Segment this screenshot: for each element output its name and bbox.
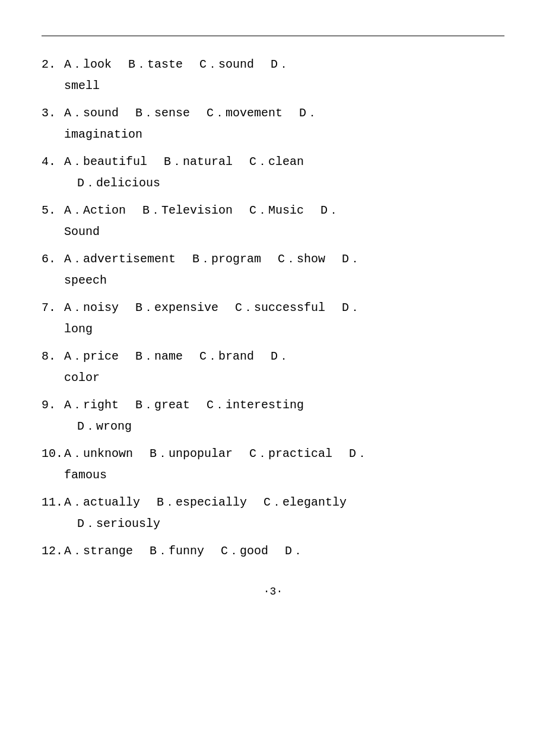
option-label: C．show [278, 249, 325, 270]
option-label: D． [342, 249, 361, 270]
question-item: 12.A．strangeB．funnyC．goodD． [42, 541, 504, 562]
question-item: 4.A．beautifulB．naturalC．cleanD．delicious [42, 151, 504, 194]
option-label: A．unknown [64, 443, 133, 465]
option-label: B．especially [157, 492, 247, 513]
option-label: C．practical [249, 443, 332, 465]
option-label: D． [342, 297, 361, 319]
question-row: 3.A．soundB．senseC．movementD． [42, 103, 504, 124]
option-label: C．movement [207, 103, 282, 124]
top-divider [42, 36, 504, 36]
question-item: 8.A．priceB．nameC．brandD．color [42, 346, 504, 389]
option-label: A．advertisement [64, 249, 176, 270]
question-number: 6. [42, 249, 64, 270]
question-row: 9.A．rightB．greatC．interesting [42, 395, 504, 416]
option-label: D． [320, 200, 339, 221]
question-item: 9.A．rightB．greatC．interestingD．wrong [42, 395, 504, 437]
option-label: C．sound [199, 54, 254, 75]
option-label: C．clean [249, 151, 304, 173]
option-label: D． [349, 443, 368, 465]
option-wrap: Sound [64, 221, 504, 243]
option-label: A．Action [64, 200, 126, 221]
option-label: B．taste [128, 54, 183, 75]
question-number: 11. [42, 492, 64, 513]
option-label: A．price [64, 346, 119, 367]
option-label: A．actually [64, 492, 140, 513]
option-label: B．great [135, 395, 190, 416]
question-number: 2. [42, 54, 64, 75]
question-item: 2.A．lookB．tasteC．soundD．smell [42, 54, 504, 97]
question-number: 12. [42, 541, 64, 562]
option-wrap2: D．delicious [77, 173, 504, 194]
question-item: 10.A．unknownB．unpopularC．practicalD．famo… [42, 443, 504, 486]
question-number: 4. [42, 151, 64, 173]
option-label: C．successful [235, 297, 325, 319]
option-label: A．right [64, 395, 119, 416]
option-label: D． [271, 346, 290, 367]
question-number: 7. [42, 297, 64, 319]
option-wrap: long [64, 319, 504, 340]
question-item: 7.A．noisyB．expensiveC．successfulD．long [42, 297, 504, 340]
option-wrap: imagination [64, 124, 504, 145]
option-label: A．sound [64, 103, 119, 124]
option-wrap2: D．wrong [77, 416, 504, 437]
question-row: 2.A．lookB．tasteC．soundD． [42, 54, 504, 75]
questions-container: 2.A．lookB．tasteC．soundD．smell3.A．soundB．… [42, 54, 504, 562]
question-row: 12.A．strangeB．funnyC．goodD． [42, 541, 504, 562]
option-label: B．program [192, 249, 261, 270]
question-item: 11.A．actuallyB．especiallyC．elegantlyD．se… [42, 492, 504, 535]
question-row: 6.A．advertisementB．programC．showD． [42, 249, 504, 270]
option-label: B．sense [135, 103, 190, 124]
option-label: B．natural [164, 151, 233, 173]
question-number: 8. [42, 346, 64, 367]
option-label: B．Television [142, 200, 233, 221]
option-wrap: famous [64, 465, 504, 486]
option-wrap2: D．seriously [77, 513, 504, 535]
question-number: 10. [42, 443, 64, 465]
option-label: A．beautiful [64, 151, 147, 173]
option-label: C．good [221, 541, 268, 562]
option-label: B．funny [150, 541, 204, 562]
option-label: D． [299, 103, 318, 124]
page-number: ·3· [42, 586, 504, 598]
question-row: 7.A．noisyB．expensiveC．successfulD． [42, 297, 504, 319]
option-wrap: smell [64, 75, 504, 97]
option-label: B．name [135, 346, 183, 367]
option-label: C．Music [249, 200, 304, 221]
question-number: 5. [42, 200, 64, 221]
option-label: A．look [64, 54, 112, 75]
option-wrap: speech [64, 270, 504, 291]
question-row: 5.A．ActionB．TelevisionC．MusicD． [42, 200, 504, 221]
question-row: 4.A．beautifulB．naturalC．clean [42, 151, 504, 173]
question-row: 10.A．unknownB．unpopularC．practicalD． [42, 443, 504, 465]
option-label: D． [285, 541, 304, 562]
question-item: 3.A．soundB．senseC．movementD．imagination [42, 103, 504, 145]
option-label: C．brand [199, 346, 254, 367]
question-item: 6.A．advertisementB．programC．showD．speech [42, 249, 504, 291]
question-row: 8.A．priceB．nameC．brandD． [42, 346, 504, 367]
option-label: C．elegantly [264, 492, 347, 513]
option-wrap: color [64, 367, 504, 389]
option-label: A．noisy [64, 297, 119, 319]
option-label: C．interesting [207, 395, 304, 416]
option-label: B．expensive [135, 297, 218, 319]
option-label: D． [271, 54, 290, 75]
question-row: 11.A．actuallyB．especiallyC．elegantly [42, 492, 504, 513]
option-label: B．unpopular [150, 443, 233, 465]
question-number: 9. [42, 395, 64, 416]
option-label: A．strange [64, 541, 133, 562]
question-item: 5.A．ActionB．TelevisionC．MusicD．Sound [42, 200, 504, 243]
question-number: 3. [42, 103, 64, 124]
